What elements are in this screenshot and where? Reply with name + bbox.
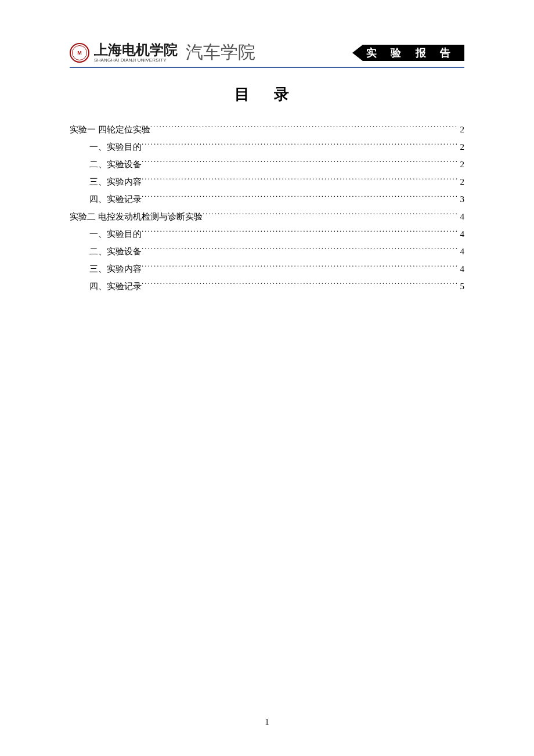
toc-entry: 实验二 电控发动机检测与诊断实验 4 xyxy=(70,208,464,225)
toc-leader-dots xyxy=(142,159,458,167)
toc-leader-dots xyxy=(142,141,458,150)
toc-leader-dots xyxy=(142,263,458,272)
toc-entry-page: 3 xyxy=(458,190,465,208)
toc-leader-dots xyxy=(203,211,458,219)
university-name-cn: 上海电机学院 xyxy=(94,43,178,57)
toc-leader-dots xyxy=(142,228,458,237)
toc-entry-label: 四、实验记录 xyxy=(89,190,142,208)
toc-entry-page: 2 xyxy=(458,156,465,173)
toc-entry-label: 三、实验内容 xyxy=(89,173,142,190)
toc-entry: 二、实验设备 4 xyxy=(70,243,464,260)
toc-entry-page: 2 xyxy=(458,121,465,138)
header-left-block: M 上海电机学院 SHANGHAI DIANJI UNIVERSITY 汽车学院 xyxy=(70,41,255,64)
toc-entry: 三、实验内容 4 xyxy=(70,260,464,278)
toc-entry: 一、实验目的 4 xyxy=(70,225,464,243)
university-seal-icon: M xyxy=(70,43,89,63)
university-name-block: 上海电机学院 SHANGHAI DIANJI UNIVERSITY xyxy=(94,43,178,63)
toc-entry-page: 4 xyxy=(458,208,465,225)
toc-entry-label: 实验一 四轮定位实验 xyxy=(70,121,150,138)
toc-entry: 四、实验记录 3 xyxy=(70,190,464,208)
university-name-en: SHANGHAI DIANJI UNIVERSITY xyxy=(94,58,178,63)
toc-entry-page: 4 xyxy=(458,243,465,260)
toc-leader-dots xyxy=(142,246,458,254)
document-page: M 上海电机学院 SHANGHAI DIANJI UNIVERSITY 汽车学院… xyxy=(0,0,534,756)
toc-entry-label: 二、实验设备 xyxy=(89,243,142,260)
toc-entry-label: 三、实验内容 xyxy=(89,260,142,278)
toc-entry-page: 5 xyxy=(458,278,465,295)
college-name: 汽车学院 xyxy=(186,41,255,64)
page-header: M 上海电机学院 SHANGHAI DIANJI UNIVERSITY 汽车学院… xyxy=(70,41,464,68)
table-of-contents: 实验一 四轮定位实验 2 一、实验目的 2 二、实验设备 2 三、实验内容 2 … xyxy=(70,121,464,295)
badge-triangle-icon xyxy=(352,45,363,61)
toc-entry-page: 2 xyxy=(458,173,465,190)
toc-entry-page: 2 xyxy=(458,138,465,156)
toc-entry-label: 二、实验设备 xyxy=(89,156,142,173)
toc-entry-label: 一、实验目的 xyxy=(89,225,142,243)
toc-entry-label: 四、实验记录 xyxy=(89,278,142,295)
toc-leader-dots xyxy=(142,280,458,289)
toc-entry-page: 4 xyxy=(458,260,465,278)
toc-entry: 二、实验设备 2 xyxy=(70,156,464,173)
toc-entry-label: 一、实验目的 xyxy=(89,138,142,156)
report-badge: 实 验 报 告 xyxy=(352,45,465,61)
toc-leader-dots xyxy=(142,176,458,185)
toc-entry: 三、实验内容 2 xyxy=(70,173,464,190)
toc-entry: 实验一 四轮定位实验 2 xyxy=(70,121,464,138)
badge-label: 实 验 报 告 xyxy=(363,45,465,61)
toc-leader-dots xyxy=(142,193,458,202)
toc-entry: 四、实验记录 5 xyxy=(70,278,464,295)
toc-entry-page: 4 xyxy=(458,225,465,243)
toc-entry: 一、实验目的 2 xyxy=(70,138,464,156)
toc-title: 目 录 xyxy=(70,84,464,105)
toc-entry-label: 实验二 电控发动机检测与诊断实验 xyxy=(70,208,203,225)
page-number: 1 xyxy=(0,718,534,727)
toc-leader-dots xyxy=(150,124,458,132)
seal-letter: M xyxy=(77,50,82,56)
